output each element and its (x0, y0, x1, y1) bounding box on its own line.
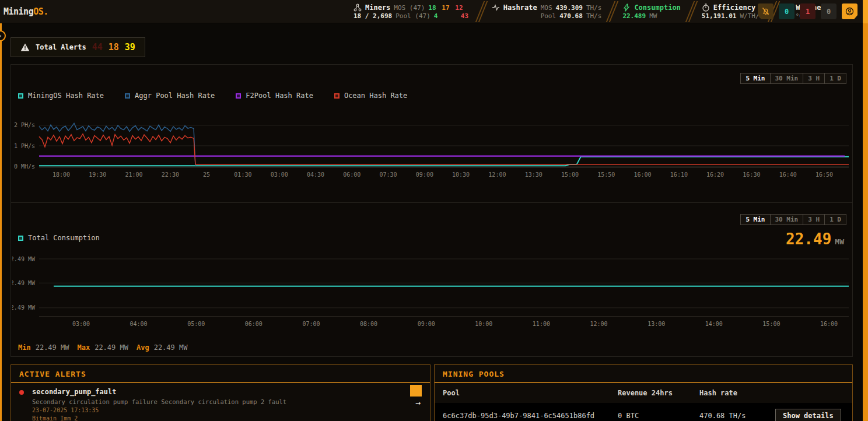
alerts-indicator-square[interactable] (410, 385, 422, 397)
x-tick-label: 06:00 (343, 171, 360, 178)
x-tick-label: 13:30 (525, 171, 542, 178)
x-tick-label: 09:00 (416, 171, 433, 178)
hashrate-legend: MiningOS Hash RateAggr Pool Hash RateF2P… (18, 92, 407, 100)
alert-severity-dot (19, 390, 24, 395)
x-tick-label: 16:20 (706, 171, 724, 178)
legend-swatch (18, 236, 23, 241)
top-bar: MiningOS. Miners MOS (47) 18 17 12 18 / … (0, 0, 868, 23)
time-range-button[interactable]: 30 Min (770, 73, 803, 83)
charts-panel: 5 Min30 Min3 H1 D MiningOS Hash RateAggr… (10, 64, 853, 357)
x-tick-label: 16:30 (743, 171, 760, 178)
consumption-current-value: 22.49 (786, 230, 831, 248)
miners-label: Miners (365, 3, 390, 12)
alert-source: Bitmain Imm 2 (32, 415, 407, 421)
x-tick-label: 19:30 (89, 171, 106, 178)
hashrate-mos-unit: TH/s (586, 4, 602, 12)
active-alerts-title: ACTIVE ALERTS (11, 365, 430, 383)
consumption-unit: MW (649, 12, 657, 20)
pools-column-header-actions (767, 383, 852, 403)
pools-column-header: Pool (435, 383, 610, 403)
header-badge-gray-count[interactable]: 0 (821, 3, 836, 19)
x-tick-label: 10:30 (452, 171, 470, 178)
total-alerts-chip[interactable]: Total Alerts 44 18 39 (10, 37, 145, 57)
miners-mos-label: MOS (47) (394, 4, 425, 12)
y-tick-label: 0 MH/s (14, 163, 35, 170)
legend-swatch (125, 93, 130, 99)
x-tick-label: 15:00 (762, 321, 780, 327)
series-ocean-hash-rate (39, 134, 849, 164)
alerts-next-arrow[interactable]: → (415, 398, 421, 408)
legend-item[interactable]: F2Pool Hash Rate (236, 92, 313, 100)
pools-header-row: PoolRevenue 24hrsHash rate (435, 383, 852, 403)
legend-label: F2Pool Hash Rate (246, 92, 313, 100)
y-tick-label: 22.49 MW (12, 304, 36, 311)
hashrate-icon (492, 3, 500, 12)
legend-item[interactable]: Ocean Hash Rate (334, 92, 407, 100)
hashrate-mos-value: 439.309 (556, 4, 583, 12)
consumption-time-range-group: 5 Min30 Min3 H1 D (740, 214, 846, 225)
x-tick-label: 16:40 (779, 171, 797, 178)
legend-label: Aggr Pool Hash Rate (135, 92, 215, 100)
time-range-button[interactable]: 1 D (824, 215, 846, 224)
pool-hashrate: 470.68 TH/s (691, 403, 767, 421)
hashrate-pool-unit: TH/s (586, 12, 602, 20)
mining-pools-table: PoolRevenue 24hrsHash rate 6c6c37db-95d3… (435, 383, 852, 421)
time-range-button[interactable]: 1 D (824, 73, 846, 83)
alert-item[interactable]: secondary_pump_faultSecondary circulatio… (11, 383, 430, 421)
header-badge-teal-count[interactable]: 0 (779, 3, 794, 19)
x-tick-label: 15:00 (561, 171, 579, 178)
legend-item[interactable]: Aggr Pool Hash Rate (125, 92, 215, 100)
efficiency-icon (702, 3, 710, 12)
time-range-button[interactable]: 3 H (803, 73, 824, 83)
header-badge-red-count[interactable]: 1 (800, 3, 816, 19)
time-range-button[interactable]: 30 Min (770, 215, 803, 224)
app-logo[interactable]: MiningOS. (0, 6, 48, 17)
left-accent-line (0, 23, 2, 421)
time-range-button[interactable]: 5 Min (741, 215, 769, 224)
x-tick-label: 04:30 (307, 171, 324, 178)
x-tick-label: 15:50 (597, 171, 615, 178)
header-divider (477, 0, 486, 23)
alert-count-badges: 010 (779, 3, 836, 19)
pools-column-header: Hash rate (691, 383, 767, 403)
show-details-button[interactable]: Show details (775, 409, 841, 421)
legend-label: Ocean Hash Rate (344, 92, 407, 100)
notifications-muted-button[interactable] (758, 3, 774, 19)
total-alerts-label: Total Alerts (36, 43, 86, 51)
stat-label: Min (18, 343, 31, 352)
total-alerts-orange-count: 18 (108, 42, 119, 52)
x-tick-label: 07:30 (380, 171, 397, 178)
header-icon-buttons: 010 (758, 3, 858, 19)
y-tick-label: 22.49 MW (12, 256, 36, 262)
bell-slash-icon (761, 7, 770, 16)
time-range-button[interactable]: 5 Min (741, 73, 769, 83)
x-tick-label: 16:00 (820, 321, 838, 327)
pool-action-cell: Show details (767, 403, 852, 421)
x-tick-label: 22:30 (162, 171, 179, 178)
mining-pools-title: MINING POOLS (435, 365, 852, 383)
legend-item[interactable]: Total Consumption (18, 234, 100, 242)
x-tick-label: 01:30 (234, 171, 251, 178)
legend-item[interactable]: MiningOS Hash Rate (18, 92, 104, 100)
x-tick-label: 13:00 (648, 321, 665, 327)
x-tick-label: 21:00 (125, 171, 143, 178)
miners-icon (354, 3, 362, 12)
hashrate-pool-value: 470.68 (559, 12, 583, 20)
stat-label: Avg (136, 343, 149, 352)
y-tick-label: 1 PH/s (14, 143, 35, 149)
time-range-button[interactable]: 3 H (803, 215, 824, 224)
x-tick-label: 03:00 (271, 171, 288, 178)
pool-id: 6c6c37db-95d3-49b7-9841-6c54651b86fd (435, 403, 610, 421)
x-tick-label: 10:00 (475, 321, 492, 327)
y-tick-label: 2 PH/s (14, 122, 35, 128)
hashrate-time-range-group: 5 Min30 Min3 H1 D (740, 73, 846, 84)
miners-mos-err: 12 (455, 4, 465, 12)
x-tick-label: 04:00 (130, 321, 148, 327)
sidebar-expand-toggle[interactable]: › (0, 30, 6, 41)
hashrate-label: Hashrate (503, 3, 537, 12)
x-tick-label: 16:10 (670, 171, 688, 178)
legend-swatch (236, 93, 241, 99)
hashrate-chart: 2 PH/s1 PH/s0 MH/s18:0019:3021:0022:3025… (12, 113, 851, 184)
user-profile-button[interactable] (842, 3, 858, 19)
panel-divider (11, 202, 852, 203)
